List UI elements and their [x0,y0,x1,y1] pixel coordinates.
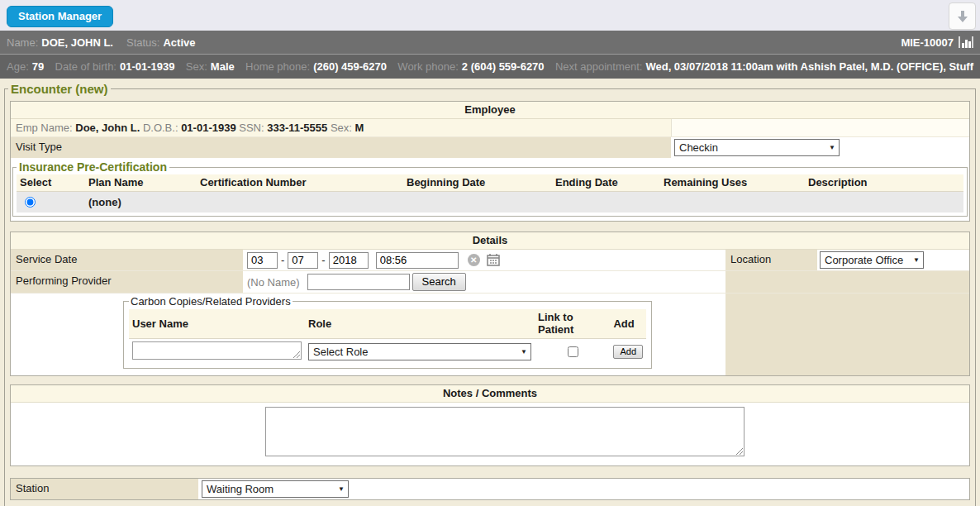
carbon-copies-cell: Carbon Copies/Related Providers User Nam… [11,294,725,375]
carbon-copies-table: User Name Role Link to Patient Add [129,309,646,363]
visit-type-selected: Checkin [679,141,718,154]
emp-ssn-label: SSN: [239,122,264,134]
chevron-down-icon: ▼ [913,256,920,264]
station-selected: Waiting Room [207,483,274,495]
work-phone-label: Work phone: [397,60,458,73]
date-separator: - [321,254,325,266]
notes-header: Notes / Comments [11,385,969,403]
chart-id[interactable]: MIE-10007 [901,36,954,49]
carbon-copies-row: Carbon Copies/Related Providers User Nam… [11,294,969,375]
col-description: Description [805,174,963,192]
employee-panel: Employee Emp Name: Doe, John L. D.O.B.: … [10,101,970,222]
service-date-label: Service Date [11,250,244,270]
provider-search-button[interactable]: Search [412,273,466,291]
cc-link-to-patient-checkbox[interactable] [568,346,578,357]
carbon-copies-section: Carbon Copies/Related Providers User Nam… [123,295,652,369]
status-label: Status: [126,36,159,49]
notes-panel: Notes / Comments [10,384,970,466]
next-appointment-value: Wed, 03/07/2018 11:00am with Ashish Pate… [645,60,973,73]
station-panel: Station Waiting Room ▼ [10,478,970,500]
emp-name-label: Emp Name: [16,122,73,134]
col-add: Add [610,309,646,339]
cc-add-button[interactable]: Add [613,345,643,359]
work-phone-value: 2 (604) 559-6270 [462,60,545,73]
col-cert-number: Certification Number [197,174,403,192]
carbon-copies-header-row: User Name Role Link to Patient Add [129,309,646,339]
emp-dob-value: 01-01-1939 [181,122,236,134]
visit-type-select[interactable]: Checkin ▼ [674,139,840,156]
performing-provider-label: Performing Provider [11,271,244,293]
col-ending-date: Ending Date [552,174,660,192]
details-right-spacer [725,294,969,375]
visit-type-cell: Checkin ▼ [672,137,969,158]
patient-name: DOE, JOHN L. [41,36,113,49]
station-label: Station [11,479,199,499]
emp-sex-label: Sex: [331,122,352,134]
patient-name-bar: Name: DOE, JOHN L. Status: Active MIE-10… [0,31,980,55]
details-right-spacer [725,271,969,293]
col-remaining-uses: Remaining Uses [660,174,805,192]
station-select[interactable]: Waiting Room ▼ [202,480,349,498]
location-label: Location [725,250,817,270]
service-date-day-input[interactable] [288,252,318,269]
cc-role-selected: Select Role [313,346,368,358]
details-panel: Details Service Date - - ✕ [10,232,970,376]
visit-type-label: Visit Type [11,137,672,158]
sex-value: Male [211,60,235,73]
insurance-select-radio[interactable] [25,197,36,208]
service-time-input[interactable] [376,252,459,269]
insurance-plan-name: (none) [85,192,197,213]
patient-status: Active [163,36,195,49]
visit-type-row: Visit Type Checkin ▼ [11,137,969,158]
clear-date-icon[interactable]: ✕ [468,254,480,266]
service-date-inputs: - - ✕ [244,250,725,270]
location-select[interactable]: Corporate Office ▼ [820,251,924,269]
date-separator: - [281,254,284,266]
age-label: Age: [7,60,29,73]
service-date-year-input[interactable] [329,252,369,269]
service-date-month-input[interactable] [247,252,278,269]
app-toolbar: Station Manager [0,0,980,31]
emp-dob-label: D.O.B.: [143,122,178,134]
col-user-name: User Name [129,309,305,339]
cc-user-name-input[interactable] [132,341,302,360]
station-manager-button[interactable]: Station Manager [7,6,113,27]
insurance-precert-section: Insurance Pre-Certification Select Plan … [12,160,968,217]
notes-body [11,403,969,465]
calendar-icon[interactable] [487,254,500,266]
col-beginning-date: Beginning Date [403,174,552,192]
provider-search-input[interactable] [307,274,410,290]
location-selected: Corporate Office [825,254,903,266]
insurance-precert-table: Select Plan Name Certification Number Be… [17,174,963,212]
chevron-down-icon: ▼ [829,144,835,151]
dob-value: 01-01-1939 [120,60,175,73]
chevron-down-icon: ▼ [521,348,527,356]
carbon-copies-input-row: Select Role ▼ Add [129,339,646,364]
service-date-row: Service Date - - ✕ Location [11,250,969,271]
carbon-copies-title: Carbon Copies/Related Providers [129,295,293,308]
name-label: Name: [7,36,38,49]
home-phone-value: (260) 459-6270 [313,60,387,73]
provider-no-name-text: (No Name) [247,276,300,289]
performing-provider-row: Performing Provider (No Name) Search [11,271,969,294]
emp-ssn-value: 333-11-5555 [267,122,327,134]
insurance-row-none: (none) [17,192,963,213]
insurance-header-row: Select Plan Name Certification Number Be… [17,174,963,192]
col-link-to-patient: Link to Patient [535,309,610,339]
employee-summary: Emp Name: Doe, John L. D.O.B.: 01-01-193… [11,119,672,136]
employee-summary-row: Emp Name: Doe, John L. D.O.B.: 01-01-193… [11,119,969,137]
bar-chart-icon[interactable] [959,36,973,48]
col-select: Select [17,174,85,192]
insurance-precert-title: Insurance Pre-Certification [17,160,169,174]
download-icon [955,9,970,24]
details-header: Details [11,232,969,250]
age-value: 79 [32,60,44,73]
cc-role-select[interactable]: Select Role ▼ [308,343,531,360]
next-appointment-label: Next appointment: [555,60,643,73]
col-role: Role [305,309,535,339]
notes-textarea[interactable] [265,407,745,456]
download-button[interactable] [949,2,976,30]
patient-demographics-bar: Age: 79 Date of birth: 01-01-1939 Sex: M… [0,55,980,79]
dob-label: Date of birth: [55,60,117,73]
employee-summary-spacer [672,119,969,136]
